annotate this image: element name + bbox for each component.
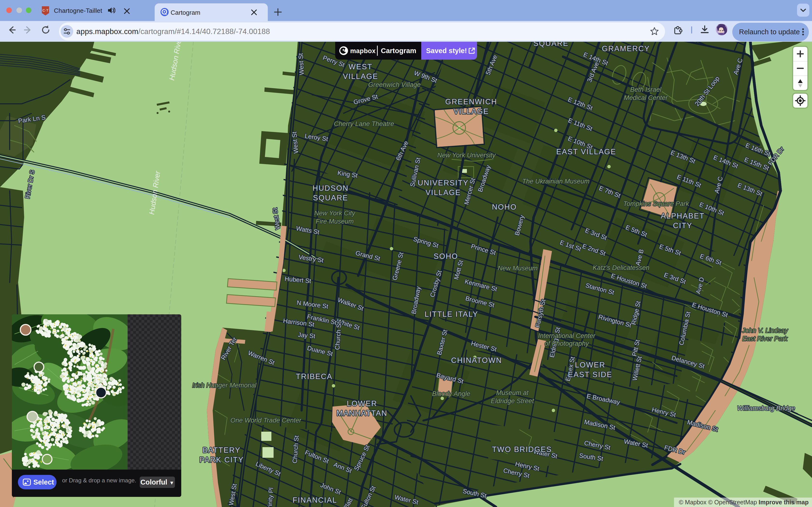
svg-text:SOHO: SOHO bbox=[434, 252, 458, 261]
svg-text:East River Park: East River Park bbox=[742, 335, 788, 342]
svg-text:EAST VILLAGE: EAST VILLAGE bbox=[556, 148, 616, 156]
svg-text:NOHO: NOHO bbox=[492, 203, 517, 211]
svg-text:West St: West St bbox=[297, 53, 305, 75]
svg-text:John V. Lindsay: John V. Lindsay bbox=[742, 327, 788, 334]
svg-text:of Photography: of Photography bbox=[545, 340, 589, 347]
svg-text:LITTLE ITALY: LITTLE ITALY bbox=[424, 310, 478, 319]
svg-text:TWO BRIDGES: TWO BRIDGES bbox=[492, 445, 552, 454]
svg-text:HUDSON: HUDSON bbox=[312, 184, 349, 192]
svg-text:WEST: WEST bbox=[349, 62, 373, 71]
svg-text:SQUARE: SQUARE bbox=[313, 193, 348, 202]
svg-text:Bloody Angle: Bloody Angle bbox=[432, 390, 470, 397]
svg-text:UNIVERSITY: UNIVERSITY bbox=[418, 179, 469, 187]
svg-text:CITY: CITY bbox=[673, 221, 693, 230]
svg-text:Museum at: Museum at bbox=[496, 389, 529, 396]
svg-text:VILLAGE: VILLAGE bbox=[343, 72, 378, 80]
svg-text:The Ukrainian Museum: The Ukrainian Museum bbox=[522, 178, 590, 185]
svg-text:VILLAGE: VILLAGE bbox=[425, 188, 461, 197]
svg-text:CHINATOWN: CHINATOWN bbox=[451, 356, 502, 364]
svg-text:TRIBECA: TRIBECA bbox=[296, 372, 333, 381]
svg-text:Williamsburg Bridge: Williamsburg Bridge bbox=[737, 405, 795, 412]
svg-text:Beth Israel: Beth Israel bbox=[630, 86, 661, 93]
svg-text:LOWER: LOWER bbox=[575, 361, 605, 369]
svg-text:One World Trade Center: One World Trade Center bbox=[230, 417, 302, 424]
svg-text:Fire Museum: Fire Museum bbox=[316, 218, 354, 225]
svg-text:Trinity Pl: Trinity Pl bbox=[266, 487, 275, 507]
svg-text:GREENWICH: GREENWICH bbox=[445, 98, 497, 106]
svg-text:C·T: C·T bbox=[43, 8, 49, 12]
svg-text:GRAMERCY: GRAMERCY bbox=[602, 44, 650, 53]
svg-text:Katz's Delicatessen: Katz's Delicatessen bbox=[593, 264, 650, 271]
svg-text:PARK CITY: PARK CITY bbox=[199, 456, 244, 464]
svg-text:MANHATTAN: MANHATTAN bbox=[337, 409, 388, 417]
svg-text:LOWER: LOWER bbox=[347, 399, 377, 408]
svg-text:Greenwich Village: Greenwich Village bbox=[368, 81, 420, 89]
svg-text:Medical Center: Medical Center bbox=[624, 94, 668, 101]
svg-text:Cherry Lane Theatre: Cherry Lane Theatre bbox=[334, 120, 394, 127]
svg-text:FINANCIAL: FINANCIAL bbox=[293, 496, 337, 504]
svg-text:International Center: International Center bbox=[538, 332, 596, 339]
svg-text:New York University: New York University bbox=[437, 152, 496, 159]
svg-text:Irish Hunger Memorial: Irish Hunger Memorial bbox=[192, 382, 257, 389]
svg-text:Tompkins Square Park: Tompkins Square Park bbox=[623, 200, 690, 207]
svg-text:ALPHABET: ALPHABET bbox=[661, 212, 705, 220]
svg-text:BATTERY: BATTERY bbox=[203, 446, 241, 454]
svg-text:Jay St: Jay St bbox=[298, 331, 316, 340]
svg-text:New York City: New York City bbox=[314, 210, 355, 217]
svg-text:SQUARE: SQUARE bbox=[534, 42, 569, 48]
svg-text:New Museum: New Museum bbox=[498, 265, 538, 272]
svg-text:EAST SIDE: EAST SIDE bbox=[568, 370, 612, 379]
svg-text:VILLAGE: VILLAGE bbox=[454, 107, 489, 116]
svg-text:Eldridge Street: Eldridge Street bbox=[491, 397, 534, 405]
